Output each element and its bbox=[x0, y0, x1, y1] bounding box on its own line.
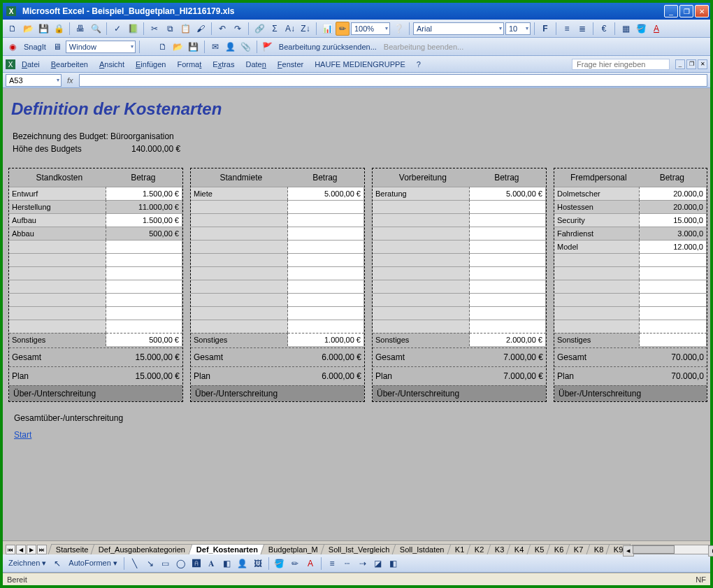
row-value[interactable]: 15.000,0 bbox=[640, 213, 707, 227]
row-value[interactable] bbox=[470, 306, 546, 320]
picture-icon[interactable]: 🖼 bbox=[251, 557, 265, 571]
row-label[interactable] bbox=[191, 293, 288, 306]
row-label[interactable]: Entwurf bbox=[9, 187, 106, 200]
row-value[interactable] bbox=[288, 266, 364, 280]
sheet-tab[interactable]: Def_Ausgabenkategorien bbox=[91, 544, 194, 554]
menu-help[interactable]: ? bbox=[412, 59, 426, 70]
row-value[interactable] bbox=[288, 280, 364, 293]
panel-row[interactable] bbox=[9, 253, 182, 266]
row-label[interactable] bbox=[9, 293, 106, 306]
hyperlink-icon[interactable]: 🔗 bbox=[252, 22, 266, 36]
horizontal-scrollbar[interactable] bbox=[632, 545, 710, 554]
panel-row[interactable] bbox=[373, 306, 546, 320]
row-label[interactable] bbox=[554, 293, 640, 306]
panel-row[interactable] bbox=[191, 200, 364, 213]
zoom-combo[interactable]: 100% bbox=[351, 22, 390, 35]
wordart-icon[interactable]: 𝐀 bbox=[205, 557, 219, 571]
panel-row[interactable] bbox=[191, 280, 364, 293]
row-label[interactable] bbox=[9, 280, 106, 293]
row-label[interactable] bbox=[191, 227, 288, 240]
font-size-combo[interactable]: 10 bbox=[505, 22, 531, 35]
row-label[interactable]: Fahrdienst bbox=[554, 227, 640, 240]
textbox-icon[interactable]: 🅰 bbox=[189, 557, 203, 571]
sheet-tab[interactable]: Soll_Ist_Vergleich bbox=[320, 544, 397, 554]
panel-row[interactable]: Abbau500,00 € bbox=[9, 227, 182, 240]
print-icon[interactable]: 🖶 bbox=[73, 22, 87, 36]
row-value[interactable]: 500,00 € bbox=[106, 227, 182, 240]
tab-nav-next-button[interactable]: ▶ bbox=[27, 545, 36, 554]
panel-row[interactable] bbox=[554, 266, 707, 280]
panel-row[interactable] bbox=[9, 293, 182, 306]
tab-nav-first-button[interactable]: ⏮ bbox=[6, 545, 15, 554]
row-label[interactable] bbox=[554, 306, 640, 320]
help-search-input[interactable] bbox=[572, 59, 670, 70]
panel-row[interactable] bbox=[191, 293, 364, 306]
panel-row[interactable]: Fahrdienst3.000,0 bbox=[554, 227, 707, 240]
row-label[interactable] bbox=[191, 306, 288, 320]
row-value[interactable] bbox=[470, 293, 546, 306]
row-value[interactable] bbox=[470, 227, 546, 240]
panel-row[interactable] bbox=[554, 293, 707, 306]
panel-row[interactable]: Dolmetscher20.000,0 bbox=[554, 187, 707, 200]
row-label[interactable] bbox=[191, 320, 288, 333]
row-label[interactable] bbox=[9, 306, 106, 320]
row-value[interactable] bbox=[106, 240, 182, 253]
menu-edit[interactable]: Bearbeiten bbox=[46, 59, 93, 70]
row-label[interactable]: Aufbau bbox=[9, 213, 106, 227]
row-value[interactable] bbox=[288, 320, 364, 333]
formula-input[interactable] bbox=[79, 74, 707, 87]
format-painter-icon[interactable]: 🖌 bbox=[194, 22, 208, 36]
row-label[interactable] bbox=[191, 213, 288, 227]
panel-row[interactable] bbox=[554, 306, 707, 320]
panel-row[interactable]: Aufbau1.500,00 € bbox=[9, 213, 182, 227]
row-value[interactable] bbox=[640, 306, 707, 320]
row-label[interactable] bbox=[554, 266, 640, 280]
sonstiges-value[interactable] bbox=[640, 333, 707, 346]
row-label[interactable] bbox=[554, 253, 640, 266]
row-value[interactable] bbox=[288, 200, 364, 213]
row-value[interactable] bbox=[470, 320, 546, 333]
row-label[interactable] bbox=[373, 320, 470, 333]
row-value[interactable] bbox=[288, 227, 364, 240]
review-save-icon[interactable]: 💾 bbox=[187, 40, 201, 54]
font-name-combo[interactable]: Arial bbox=[413, 22, 504, 35]
research-icon[interactable]: 📗 bbox=[126, 22, 140, 36]
row-label[interactable] bbox=[373, 266, 470, 280]
row-label[interactable]: Security bbox=[554, 213, 640, 227]
rectangle-icon[interactable]: ▭ bbox=[159, 557, 173, 571]
row-label[interactable] bbox=[373, 253, 470, 266]
row-value[interactable] bbox=[470, 213, 546, 227]
row-label[interactable] bbox=[191, 240, 288, 253]
redo-icon[interactable]: ↷ bbox=[231, 22, 245, 36]
row-label[interactable] bbox=[373, 213, 470, 227]
bold-icon[interactable]: F bbox=[538, 22, 552, 36]
row-label[interactable] bbox=[373, 306, 470, 320]
worksheet-area[interactable]: Definition der Kostenarten Bezeichnung d… bbox=[3, 88, 710, 540]
row-value[interactable] bbox=[470, 253, 546, 266]
panel-row[interactable] bbox=[373, 293, 546, 306]
row-label[interactable]: Dolmetscher bbox=[554, 187, 640, 200]
panel-row[interactable]: Model12.000,0 bbox=[554, 240, 707, 253]
panel-row[interactable]: Security15.000,0 bbox=[554, 213, 707, 227]
tab-nav-last-button[interactable]: ⏭ bbox=[37, 545, 47, 554]
drawing-toggle-icon[interactable]: ✏ bbox=[336, 22, 350, 36]
row-value[interactable] bbox=[470, 280, 546, 293]
row-value[interactable] bbox=[288, 293, 364, 306]
arrow-style-icon[interactable]: ⇢ bbox=[356, 557, 370, 571]
line-style-icon[interactable]: ≡ bbox=[325, 557, 339, 571]
sheet-tab[interactable]: Budgetplan_M bbox=[260, 544, 326, 554]
doc-close-button[interactable]: ✕ bbox=[698, 59, 707, 69]
panel-row[interactable] bbox=[9, 306, 182, 320]
panel-row[interactable] bbox=[191, 320, 364, 333]
row-label[interactable] bbox=[373, 227, 470, 240]
arrow-icon[interactable]: ↘ bbox=[143, 557, 157, 571]
row-value[interactable]: 20.000,0 bbox=[640, 200, 707, 213]
row-label[interactable] bbox=[191, 266, 288, 280]
3d-icon[interactable]: ◧ bbox=[387, 557, 401, 571]
row-label[interactable] bbox=[9, 240, 106, 253]
autoshapes-menu[interactable]: AutoFormen ▾ bbox=[66, 559, 120, 568]
menu-window[interactable]: Fenster bbox=[273, 59, 308, 70]
borders-icon[interactable]: ▦ bbox=[619, 22, 633, 36]
row-value[interactable] bbox=[288, 253, 364, 266]
panel-row[interactable]: Miete5.000,00 € bbox=[191, 187, 364, 200]
